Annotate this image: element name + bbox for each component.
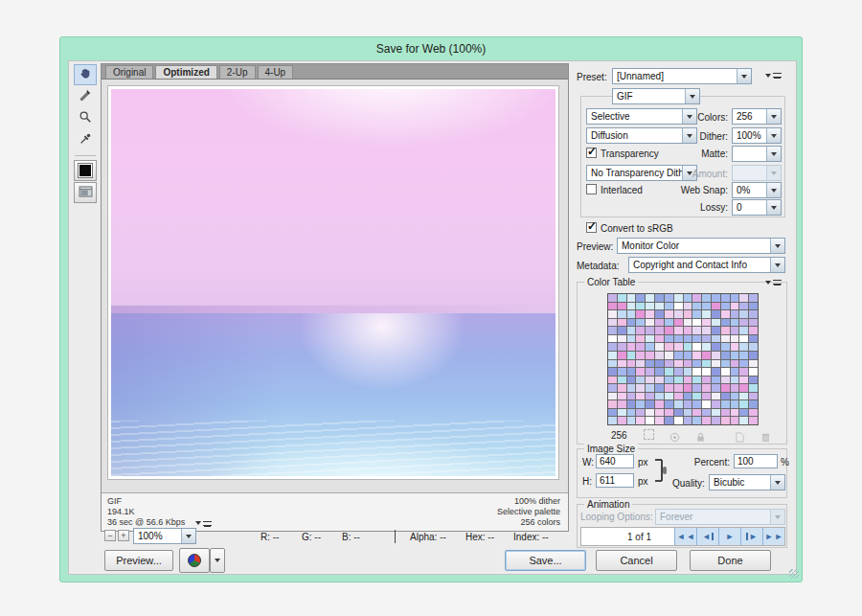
- color-swatch-cell[interactable]: [627, 376, 636, 384]
- color-swatch-cell[interactable]: [684, 303, 692, 310]
- color-swatch-cell[interactable]: [712, 360, 720, 368]
- color-swatch-cell[interactable]: [692, 294, 701, 302]
- color-swatch-cell[interactable]: [739, 327, 748, 334]
- color-swatch-cell[interactable]: [655, 310, 664, 318]
- color-swatch-cell[interactable]: [684, 294, 692, 302]
- color-swatch-cell[interactable]: [692, 352, 701, 359]
- color-swatch-cell[interactable]: [702, 335, 711, 343]
- color-swatch-cell[interactable]: [692, 310, 701, 318]
- color-swatch-cell[interactable]: [636, 368, 645, 376]
- color-swatch-cell[interactable]: [608, 319, 617, 327]
- color-swatch-cell[interactable]: [646, 352, 654, 359]
- color-swatch-cell[interactable]: [608, 384, 617, 392]
- color-swatch-cell[interactable]: [618, 393, 626, 400]
- map-transparency-icon[interactable]: [644, 429, 654, 440]
- color-swatch-cell[interactable]: [712, 310, 720, 318]
- color-swatch-cell[interactable]: [739, 393, 748, 400]
- color-swatch-cell[interactable]: [712, 327, 720, 334]
- color-swatch-cell[interactable]: [646, 327, 654, 334]
- color-swatch-cell[interactable]: [692, 400, 701, 408]
- color-swatch-cell[interactable]: [646, 409, 654, 417]
- color-swatch-cell[interactable]: [712, 376, 720, 384]
- tab-optimized[interactable]: Optimized: [155, 65, 216, 79]
- next-frame-button[interactable]: ►: [740, 528, 762, 545]
- color-swatch-cell[interactable]: [739, 360, 748, 368]
- color-swatch-cell[interactable]: [665, 343, 673, 351]
- color-swatch-cell[interactable]: [618, 368, 626, 376]
- color-swatch-cell[interactable]: [608, 343, 617, 351]
- color-swatch-cell[interactable]: [692, 393, 701, 400]
- image-viewport[interactable]: [102, 80, 568, 492]
- color-swatch-cell[interactable]: [721, 368, 730, 376]
- color-swatch-cell[interactable]: [608, 335, 617, 343]
- color-swatch-cell[interactable]: [646, 400, 654, 408]
- color-swatch-cell[interactable]: [684, 360, 692, 368]
- colors-select[interactable]: 256: [732, 108, 782, 125]
- color-swatch-cell[interactable]: [731, 327, 739, 334]
- color-swatch-cell[interactable]: [731, 368, 739, 376]
- color-swatch-cell[interactable]: [692, 319, 701, 327]
- color-swatch-cell[interactable]: [721, 327, 730, 334]
- color-swatch-cell[interactable]: [702, 343, 711, 351]
- color-swatch-cell[interactable]: [665, 368, 673, 376]
- zoom-tool-button[interactable]: [74, 108, 97, 129]
- color-table-grid[interactable]: [607, 293, 759, 425]
- preview-button[interactable]: Preview...: [104, 550, 173, 571]
- color-swatch-cell[interactable]: [627, 319, 636, 327]
- color-swatch-cell[interactable]: [721, 310, 730, 318]
- color-swatch-cell[interactable]: [739, 294, 748, 302]
- color-swatch-cell[interactable]: [712, 393, 720, 400]
- matte-select[interactable]: [732, 146, 782, 162]
- color-swatch-cell[interactable]: [731, 310, 739, 318]
- color-swatch-cell[interactable]: [739, 343, 748, 351]
- color-swatch-cell[interactable]: [618, 294, 626, 302]
- download-speed-menu-icon[interactable]: [195, 521, 212, 526]
- dither-amount-select[interactable]: 100%: [732, 127, 782, 144]
- constrain-link-icon[interactable]: [653, 458, 667, 487]
- color-swatch-cell[interactable]: [712, 352, 720, 359]
- color-swatch-cell[interactable]: [627, 400, 636, 408]
- color-swatch-cell[interactable]: [636, 303, 645, 310]
- color-swatch-cell[interactable]: [739, 400, 748, 408]
- color-swatch-cell[interactable]: [608, 400, 617, 408]
- tab-2up[interactable]: 2-Up: [219, 65, 256, 79]
- color-swatch-cell[interactable]: [618, 384, 626, 392]
- color-swatch-cell[interactable]: [692, 376, 701, 384]
- color-swatch-cell[interactable]: [749, 294, 758, 302]
- color-swatch-cell[interactable]: [665, 393, 673, 400]
- color-swatch-cell[interactable]: [618, 303, 626, 310]
- color-swatch-cell[interactable]: [721, 376, 730, 384]
- color-swatch-cell[interactable]: [608, 327, 617, 334]
- color-swatch-cell[interactable]: [665, 417, 673, 424]
- color-swatch-cell[interactable]: [665, 294, 673, 302]
- color-swatch-cell[interactable]: [674, 303, 683, 310]
- color-swatch-cell[interactable]: [655, 393, 664, 400]
- play-button[interactable]: ►: [718, 528, 740, 545]
- color-swatch-cell[interactable]: [655, 417, 664, 424]
- color-swatch-cell[interactable]: [655, 400, 664, 408]
- color-swatch-cell[interactable]: [702, 400, 711, 408]
- color-swatch-cell[interactable]: [712, 368, 720, 376]
- slice-select-tool-button[interactable]: [74, 86, 97, 107]
- color-swatch-cell[interactable]: [665, 335, 673, 343]
- color-swatch-cell[interactable]: [731, 417, 739, 424]
- color-swatch-cell[interactable]: [627, 352, 636, 359]
- color-swatch-cell[interactable]: [646, 319, 654, 327]
- color-swatch-cell[interactable]: [608, 360, 617, 368]
- color-swatch-cell[interactable]: [749, 360, 758, 368]
- zoom-out-button[interactable]: −: [104, 530, 116, 541]
- color-swatch-cell[interactable]: [721, 319, 730, 327]
- color-swatch-cell[interactable]: [674, 310, 683, 318]
- color-swatch-cell[interactable]: [655, 368, 664, 376]
- color-swatch-cell[interactable]: [655, 335, 664, 343]
- color-swatch-cell[interactable]: [712, 343, 720, 351]
- color-swatch-cell[interactable]: [684, 335, 692, 343]
- color-swatch-cell[interactable]: [702, 376, 711, 384]
- color-swatch-cell[interactable]: [749, 368, 758, 376]
- color-swatch-cell[interactable]: [702, 409, 711, 417]
- color-swatch-cell[interactable]: [739, 368, 748, 376]
- color-swatch-cell[interactable]: [627, 343, 636, 351]
- color-swatch-cell[interactable]: [618, 352, 626, 359]
- color-swatch-cell[interactable]: [674, 409, 683, 417]
- color-table-menu-icon[interactable]: [765, 280, 782, 285]
